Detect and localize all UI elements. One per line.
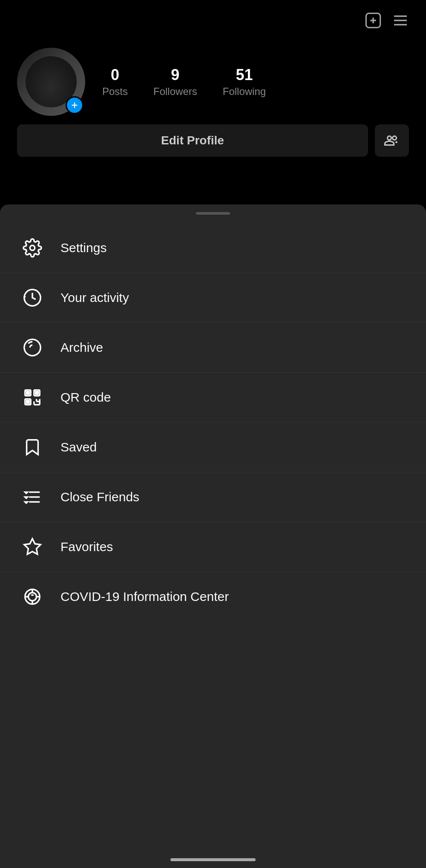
bottom-sheet: Settings Your activity <box>0 204 426 868</box>
activity-label: Your activity <box>60 290 129 305</box>
following-label: Following <box>223 86 266 98</box>
menu-item-saved[interactable]: Saved <box>0 423 426 472</box>
bookmark-icon <box>21 436 43 458</box>
following-count: 51 <box>236 66 253 84</box>
svg-marker-28 <box>25 492 28 494</box>
svg-rect-17 <box>36 392 38 394</box>
add-story-button[interactable] <box>66 96 83 114</box>
profile-section: 0 Posts 9 Followers 51 Following Edit Pr… <box>0 39 426 182</box>
qr-icon <box>21 386 43 408</box>
stats-row: 0 Posts 9 Followers 51 Following <box>102 66 266 98</box>
archive-icon <box>21 336 43 359</box>
svg-point-33 <box>28 592 36 601</box>
favorites-label: Favorites <box>60 540 113 554</box>
posts-count: 0 <box>111 66 119 84</box>
svg-marker-29 <box>25 497 28 498</box>
star-icon <box>21 536 43 558</box>
avatar-wrap[interactable] <box>17 48 85 116</box>
svg-marker-30 <box>25 502 28 503</box>
menu-item-settings[interactable]: Settings <box>0 223 426 273</box>
settings-label: Settings <box>60 241 106 255</box>
svg-rect-16 <box>27 392 29 394</box>
posts-stat[interactable]: 0 Posts <box>102 66 128 98</box>
followers-stat[interactable]: 9 Followers <box>153 66 197 98</box>
menu-item-favorites[interactable]: Favorites <box>0 522 426 572</box>
edit-profile-button[interactable]: Edit Profile <box>17 124 368 157</box>
status-bar <box>0 0 426 39</box>
archive-label: Archive <box>60 340 103 355</box>
followers-count: 9 <box>171 66 179 84</box>
profile-top: 0 Posts 9 Followers 51 Following <box>17 48 409 116</box>
hamburger-menu-icon[interactable] <box>392 12 409 31</box>
menu-item-qr-code[interactable]: QR code <box>0 373 426 423</box>
sheet-handle <box>0 204 426 219</box>
add-friend-button[interactable] <box>375 124 409 157</box>
saved-label: Saved <box>60 440 97 454</box>
menu-item-archive[interactable]: Archive <box>0 323 426 373</box>
covid-icon <box>21 586 43 608</box>
top-right-icons <box>365 12 409 31</box>
home-indicator <box>170 858 256 861</box>
close-friends-icon <box>21 486 43 508</box>
gear-icon <box>21 237 43 259</box>
close-friends-label: Close Friends <box>60 490 139 504</box>
qr-code-label: QR code <box>60 390 111 405</box>
activity-icon <box>21 287 43 309</box>
svg-rect-18 <box>27 401 29 403</box>
menu-item-close-friends[interactable]: Close Friends <box>0 472 426 522</box>
svg-marker-31 <box>24 539 40 554</box>
edit-profile-row: Edit Profile <box>17 116 409 170</box>
covid-label: COVID-19 Information Center <box>60 589 229 604</box>
following-stat[interactable]: 51 Following <box>223 66 266 98</box>
add-post-icon[interactable] <box>365 12 382 31</box>
menu-list: Settings Your activity <box>0 219 426 626</box>
sheet-handle-bar <box>196 212 230 215</box>
followers-label: Followers <box>153 86 197 98</box>
svg-point-9 <box>30 245 35 250</box>
menu-item-covid[interactable]: COVID-19 Information Center <box>0 572 426 621</box>
posts-label: Posts <box>102 86 128 98</box>
menu-item-your-activity[interactable]: Your activity <box>0 273 426 323</box>
